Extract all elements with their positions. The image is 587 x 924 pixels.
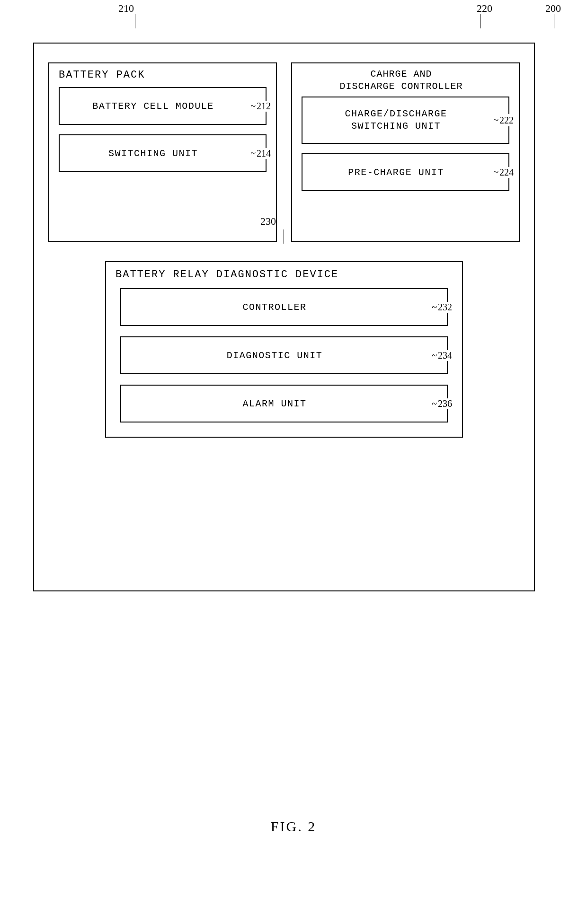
box-224-pre-charge: PRE-CHARGE UNIT ~224 (302, 153, 509, 191)
ref-label-220: 220 (477, 2, 492, 15)
box-214-switching-unit: SWITCHING UNIT ~214 (59, 134, 267, 172)
charge-discharge-label: CHARGE/DISCHARGE SWITCHING UNIT (345, 108, 447, 132)
page-container: 200 210 220 230 BATTERY PACK BATTERY CEL… (0, 0, 587, 924)
tick-220 (480, 14, 480, 28)
box-232-controller: CONTROLLER ~232 (120, 288, 448, 326)
tick-210 (135, 14, 135, 28)
box-212-battery-cell: BATTERY CELL MODULE ~212 (59, 87, 267, 125)
box-210-battery-pack: BATTERY PACK BATTERY CELL MODULE ~212 SW… (48, 62, 277, 242)
box-230-diagnostic-device: BATTERY RELAY DIAGNOSTIC DEVICE CONTROLL… (105, 261, 463, 438)
figure-label: FIG. 2 (271, 818, 316, 835)
ref-232: ~232 (430, 302, 454, 313)
tick-200 (554, 14, 554, 28)
ref-236: ~236 (430, 398, 454, 409)
ref-label-200: 200 (545, 2, 561, 15)
switching-unit-label: SWITCHING UNIT (108, 148, 198, 159)
box-236-alarm-unit: ALARM UNIT ~236 (120, 385, 448, 422)
battery-cell-label: BATTERY CELL MODULE (92, 101, 214, 112)
ref-222: ~222 (491, 114, 516, 126)
charge-controller-title: CAHRGE AND DISCHARGE CONTROLLER (299, 68, 503, 93)
ref-212: ~212 (249, 101, 273, 112)
diagnostic-unit-label: DIAGNOSTIC UNIT (227, 350, 323, 361)
diagnostic-device-title: BATTERY RELAY DIAGNOSTIC DEVICE (116, 269, 338, 281)
box-220-charge-controller: CAHRGE AND DISCHARGE CONTROLLER CHARGE/D… (291, 62, 520, 242)
battery-pack-title: BATTERY PACK (59, 69, 145, 81)
ref-214: ~214 (249, 148, 273, 159)
pre-charge-label: PRE-CHARGE UNIT (348, 167, 444, 178)
controller-label: CONTROLLER (242, 302, 306, 313)
box-234-diagnostic-unit: DIAGNOSTIC UNIT ~234 (120, 336, 448, 374)
ref-234: ~234 (430, 350, 454, 361)
top-section: BATTERY PACK BATTERY CELL MODULE ~212 SW… (48, 62, 520, 242)
ref-label-210: 210 (118, 2, 134, 15)
ref-224: ~224 (491, 167, 516, 178)
alarm-unit-label: ALARM UNIT (242, 398, 306, 409)
box-200-main: BATTERY PACK BATTERY CELL MODULE ~212 SW… (33, 43, 535, 591)
diagram-area: 200 210 220 230 BATTERY PACK BATTERY CEL… (33, 28, 554, 591)
box-222-charge-discharge-switch: CHARGE/DISCHARGE SWITCHING UNIT ~222 (302, 97, 509, 144)
